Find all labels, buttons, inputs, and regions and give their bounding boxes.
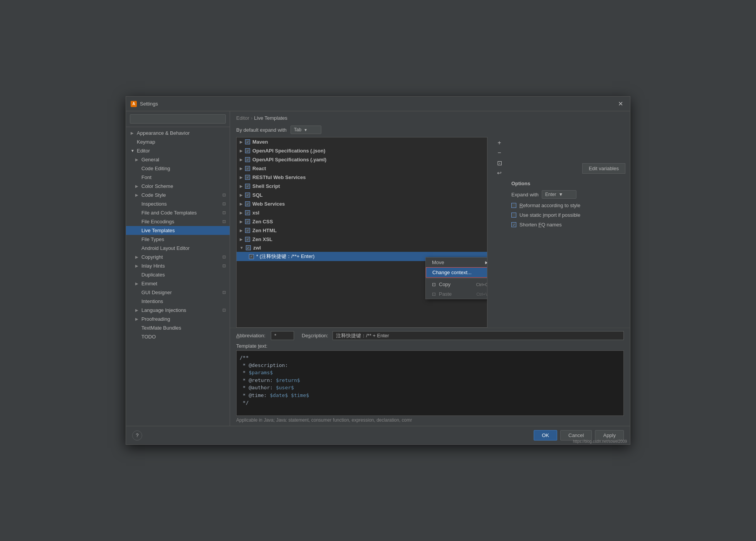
template-group-maven[interactable]: ▶ Maven bbox=[237, 137, 487, 146]
sidebar-item-file-types[interactable]: File Types bbox=[126, 235, 230, 244]
sidebar-item-proofreading[interactable]: ▶ Proofreading bbox=[126, 315, 230, 323]
checkbox-sql[interactable] bbox=[245, 193, 250, 198]
sidebar-item-code-editing[interactable]: Code Editing bbox=[126, 164, 230, 173]
checkbox-shell[interactable] bbox=[245, 184, 250, 189]
template-group-web-services[interactable]: ▶ Web Services bbox=[237, 199, 487, 208]
template-group-openapi-yaml[interactable]: ▶ OpenAPI Specifications (.yaml) bbox=[237, 155, 487, 164]
sidebar-item-android-layout[interactable]: Android Layout Editor bbox=[126, 244, 230, 253]
checkbox-restful[interactable] bbox=[245, 175, 250, 180]
checkbox-item[interactable] bbox=[249, 254, 254, 259]
chevron-right-icon: ▶ bbox=[240, 219, 243, 224]
ok-button[interactable]: OK bbox=[534, 430, 557, 441]
sidebar-item-inspections[interactable]: Inspections ⊡ bbox=[126, 199, 230, 208]
checkbox-web-services[interactable] bbox=[245, 201, 250, 206]
expand-value: Tab bbox=[294, 127, 301, 132]
ctx-paste[interactable]: ⊡ Paste Ctrl+V bbox=[426, 289, 487, 299]
settings-dialog: A Settings ✕ 🔍 ▶ Appearance & Behavior K… bbox=[126, 96, 630, 445]
checkbox-maven[interactable] bbox=[245, 139, 250, 144]
checkbox-react[interactable] bbox=[245, 166, 250, 171]
cancel-button[interactable]: Cancel bbox=[560, 430, 592, 441]
sidebar-item-duplicates[interactable]: Duplicates bbox=[126, 270, 230, 279]
template-group-restful[interactable]: ▶ RESTful Web Services bbox=[237, 173, 487, 182]
group-label: SQL bbox=[252, 192, 263, 198]
ctx-move[interactable]: Move ▶ bbox=[426, 258, 487, 267]
remove-button[interactable]: − bbox=[495, 149, 504, 157]
copy-icon: ⊡ bbox=[222, 290, 226, 295]
checkbox-zen-html[interactable] bbox=[245, 228, 250, 233]
template-group-zen-css[interactable]: ▶ Zen CSS bbox=[237, 217, 487, 226]
template-group-sql[interactable]: ▶ SQL bbox=[237, 191, 487, 199]
sidebar-item-appearance[interactable]: ▶ Appearance & Behavior bbox=[126, 129, 230, 137]
sidebar-item-inlay-hints[interactable]: ▶ Inlay Hints ⊡ bbox=[126, 261, 230, 270]
sidebar-item-keymap[interactable]: Keymap bbox=[126, 137, 230, 146]
sidebar-item-color-scheme[interactable]: ▶ Color Scheme bbox=[126, 182, 230, 191]
sidebar-item-font[interactable]: Font bbox=[126, 173, 230, 182]
group-label: xsl bbox=[252, 210, 259, 216]
chevron-right-icon: ▶ bbox=[240, 166, 243, 171]
sidebar-item-general[interactable]: ▶ General bbox=[126, 155, 230, 164]
ctx-copy[interactable]: ⊡ Copy Ctrl+C bbox=[426, 280, 487, 289]
help-button[interactable]: ? bbox=[132, 430, 142, 441]
checkbox-openapi-json[interactable] bbox=[245, 148, 250, 153]
template-group-react[interactable]: ▶ React bbox=[237, 164, 487, 173]
ctx-item-label: Move bbox=[432, 260, 444, 265]
reformat-checkbox[interactable] bbox=[511, 203, 516, 208]
checkbox-zwl[interactable] bbox=[246, 245, 251, 250]
chevron-right-icon: ▶ bbox=[240, 202, 243, 206]
abbreviation-input[interactable] bbox=[271, 331, 294, 340]
close-button[interactable]: ✕ bbox=[616, 99, 625, 108]
dialog-footer: ? OK Cancel Apply bbox=[126, 426, 630, 444]
ctx-change-context[interactable]: Change context... bbox=[426, 267, 487, 278]
chevron-right-icon: ▶ bbox=[240, 237, 243, 241]
copy-icon: ⊡ bbox=[222, 210, 226, 215]
expand-with-row: Expand with Enter ▼ bbox=[511, 190, 625, 199]
group-label: OpenAPI Specifications (.json) bbox=[252, 148, 325, 154]
template-item-selected[interactable]: * (注释快捷键：/**+ Enter) Move ▶ Change conte… bbox=[237, 252, 487, 261]
description-input[interactable] bbox=[333, 331, 624, 340]
edit-variables-button[interactable]: Edit variables bbox=[582, 163, 625, 174]
checkbox-zen-css[interactable] bbox=[245, 219, 250, 224]
static-import-checkbox[interactable] bbox=[511, 213, 516, 218]
add-button[interactable]: + bbox=[495, 139, 504, 147]
expand-with-dropdown[interactable]: Enter ▼ bbox=[542, 190, 576, 199]
template-group-zen-xsl[interactable]: ▶ Zen XSL bbox=[237, 235, 487, 244]
sidebar-item-code-style[interactable]: ▶ Code Style ⊡ bbox=[126, 191, 230, 199]
dialog-body: 🔍 ▶ Appearance & Behavior Keymap ▼ Edito… bbox=[126, 111, 630, 426]
chevron-icon: ▶ bbox=[131, 131, 134, 135]
breadcrumb-parent: Editor bbox=[236, 115, 249, 121]
checkbox-xsl[interactable] bbox=[245, 210, 250, 215]
sidebar-item-gui-designer[interactable]: GUI Designer ⊡ bbox=[126, 288, 230, 297]
ctx-item-label: Paste bbox=[439, 291, 452, 297]
template-text-area[interactable]: /** * @description: * $params$ * @return… bbox=[236, 350, 624, 416]
bottom-section: Abbreviation: Description: Template text… bbox=[230, 328, 630, 426]
template-group-xsl[interactable]: ▶ xsl bbox=[237, 208, 487, 217]
expand-with-label: By default expand with bbox=[236, 127, 287, 133]
restore-button[interactable]: ↩ bbox=[495, 169, 504, 177]
sidebar-item-emmet[interactable]: ▶ Emmet bbox=[126, 279, 230, 288]
abbreviation-label: Abbreviation: bbox=[236, 333, 267, 338]
sidebar-item-file-encodings[interactable]: File Encodings ⊡ bbox=[126, 217, 230, 226]
apply-button[interactable]: Apply bbox=[595, 430, 624, 441]
chevron-right-icon: ▶ bbox=[240, 193, 243, 197]
checkbox-zen-xsl[interactable] bbox=[245, 237, 250, 242]
sidebar-item-copyright[interactable]: ▶ Copyright ⊡ bbox=[126, 253, 230, 261]
sidebar-item-file-templates[interactable]: File and Code Templates ⊡ bbox=[126, 208, 230, 217]
sidebar-item-todo[interactable]: TODO bbox=[126, 332, 230, 341]
applicable-text: Applicable in Java; Java: statement, con… bbox=[236, 417, 624, 423]
shorten-fq-checkbox[interactable] bbox=[511, 222, 516, 227]
search-input[interactable] bbox=[130, 114, 226, 124]
sidebar-item-live-templates[interactable]: Live Templates bbox=[126, 226, 230, 235]
checkbox-openapi-yaml[interactable] bbox=[245, 157, 250, 162]
template-group-zwl[interactable]: ▼ zwl bbox=[237, 244, 487, 252]
expand-with-dropdown[interactable]: Tab ▼ bbox=[291, 126, 321, 134]
sidebar-item-editor[interactable]: ▼ Editor bbox=[126, 146, 230, 155]
template-group-zen-html[interactable]: ▶ Zen HTML bbox=[237, 226, 487, 235]
sidebar-item-textmate[interactable]: TextMate Bundles bbox=[126, 323, 230, 332]
sidebar-item-intentions[interactable]: Intentions bbox=[126, 297, 230, 306]
copy-button[interactable]: ⊡ bbox=[495, 159, 504, 167]
template-group-shell[interactable]: ▶ Shell Script bbox=[237, 182, 487, 191]
chevron-right-icon: ▶ bbox=[240, 140, 243, 144]
template-group-openapi-json[interactable]: ▶ OpenAPI Specifications (.json) bbox=[237, 146, 487, 155]
sidebar-item-label: Keymap bbox=[137, 139, 155, 145]
sidebar-item-lang-injections[interactable]: ▶ Language Injections ⊡ bbox=[126, 306, 230, 315]
